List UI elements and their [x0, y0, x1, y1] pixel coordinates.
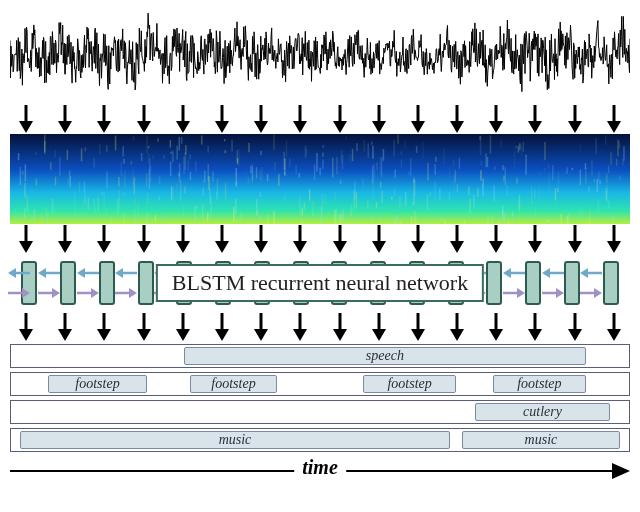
svg-rect-73	[393, 140, 395, 157]
svg-rect-357	[599, 181, 601, 185]
svg-rect-366	[441, 218, 443, 222]
svg-marker-540	[607, 329, 621, 341]
down-arrow-icon	[604, 225, 624, 253]
svg-rect-160	[208, 176, 210, 190]
event-segment: cutlery	[475, 403, 611, 421]
svg-rect-241	[504, 213, 506, 224]
svg-rect-179	[372, 146, 374, 159]
svg-rect-136	[534, 189, 536, 199]
svg-marker-428	[293, 241, 307, 253]
svg-rect-116	[284, 195, 286, 201]
svg-rect-172	[123, 193, 125, 196]
svg-rect-61	[207, 212, 209, 221]
svg-rect-111	[63, 221, 64, 224]
svg-rect-405	[204, 171, 206, 183]
svg-marker-454	[115, 268, 123, 278]
svg-marker-438	[489, 241, 503, 253]
svg-rect-35	[123, 159, 125, 164]
down-arrow-icon	[212, 105, 232, 133]
svg-rect-207	[449, 167, 451, 177]
svg-rect-84	[523, 142, 525, 152]
svg-rect-48	[225, 150, 227, 153]
down-arrow-icon	[486, 225, 506, 253]
svg-rect-263	[531, 187, 533, 205]
svg-rect-317	[549, 172, 551, 191]
svg-rect-399	[233, 207, 235, 222]
svg-rect-126	[608, 201, 610, 209]
svg-marker-424	[215, 241, 229, 253]
svg-rect-144	[514, 149, 516, 169]
svg-rect-343	[148, 146, 150, 148]
svg-rect-333	[176, 146, 178, 160]
svg-rect-85	[473, 195, 475, 207]
svg-rect-406	[505, 167, 507, 185]
svg-rect-369	[148, 154, 150, 163]
svg-rect-143	[99, 213, 101, 218]
down-arrow-icon	[525, 313, 545, 341]
forward-arrow-icon	[38, 268, 60, 278]
svg-rect-258	[155, 215, 157, 222]
down-arrow-icon	[408, 313, 428, 341]
svg-rect-338	[170, 140, 172, 148]
svg-rect-377	[124, 170, 126, 188]
svg-rect-302	[157, 138, 159, 142]
svg-marker-5	[97, 121, 111, 133]
arrow-row-top	[10, 104, 630, 134]
svg-rect-359	[110, 216, 112, 224]
svg-rect-120	[380, 157, 382, 175]
svg-rect-92	[289, 158, 291, 167]
svg-rect-339	[82, 199, 84, 219]
architecture-diagram: BLSTM recurrent neural network speechfoo…	[10, 4, 630, 488]
svg-rect-318	[401, 159, 403, 167]
down-arrow-icon	[565, 225, 585, 253]
svg-rect-289	[566, 167, 568, 174]
svg-rect-161	[61, 221, 63, 224]
down-arrow-icon	[94, 225, 114, 253]
svg-rect-336	[137, 204, 139, 219]
svg-rect-293	[133, 169, 135, 184]
svg-rect-307	[354, 181, 356, 199]
waveform-svg	[10, 4, 630, 104]
svg-rect-105	[373, 164, 375, 179]
svg-marker-31	[607, 121, 621, 133]
svg-rect-156	[619, 141, 621, 149]
svg-marker-21	[411, 121, 425, 133]
svg-marker-528	[372, 329, 386, 341]
svg-rect-365	[22, 171, 24, 175]
svg-rect-403	[41, 216, 43, 221]
down-arrow-icon	[173, 105, 193, 133]
svg-rect-348	[302, 208, 304, 216]
svg-rect-148	[430, 192, 432, 196]
svg-rect-257	[24, 208, 26, 218]
svg-rect-115	[195, 161, 197, 172]
svg-rect-221	[207, 146, 209, 153]
svg-rect-331	[370, 216, 372, 223]
svg-rect-266	[236, 172, 238, 177]
svg-rect-256	[394, 187, 396, 196]
svg-rect-72	[322, 145, 324, 148]
svg-rect-402	[321, 194, 323, 212]
svg-rect-155	[31, 190, 33, 194]
event-segment: footstep	[190, 375, 277, 393]
svg-rect-313	[15, 209, 17, 212]
svg-marker-17	[333, 121, 347, 133]
svg-marker-506	[8, 268, 16, 278]
backward-arrow-icon	[115, 288, 137, 298]
svg-rect-315	[256, 199, 258, 216]
svg-rect-409	[341, 209, 343, 217]
svg-rect-395	[45, 206, 47, 215]
down-arrow-icon	[369, 105, 389, 133]
svg-rect-277	[70, 176, 72, 187]
svg-rect-300	[503, 176, 505, 181]
svg-rect-275	[493, 185, 495, 201]
svg-rect-354	[336, 209, 338, 224]
svg-rect-394	[580, 169, 582, 185]
svg-rect-107	[595, 138, 597, 154]
svg-rect-294	[305, 145, 307, 158]
svg-rect-280	[459, 158, 461, 169]
svg-rect-82	[274, 162, 276, 170]
svg-rect-212	[170, 152, 172, 154]
svg-rect-412	[582, 207, 584, 221]
svg-marker-13	[254, 121, 268, 133]
svg-rect-329	[260, 151, 262, 156]
